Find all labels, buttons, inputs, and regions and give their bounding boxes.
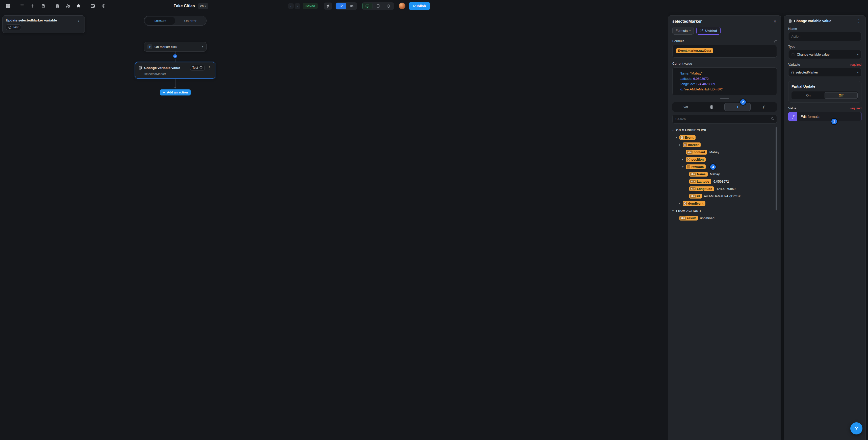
redo-forward-button[interactable]: › [294,3,300,9]
save-status-badge: Saved [303,3,318,9]
apps-icon[interactable] [4,2,11,10]
tab-on-error[interactable]: On error [175,17,206,25]
page-title: Fake Cities [174,4,195,8]
database-icon [55,4,59,8]
topbar-right: ‹ › Saved Publish [288,2,430,10]
chevron-down-icon[interactable]: ▾ [202,46,203,48]
action-node-subtitle: selectedMarker [145,72,212,76]
topbar-left-icons [4,2,107,10]
sync-icon [326,4,330,8]
trigger-node[interactable]: On marker click ▾ [144,42,207,52]
document-icon [41,4,45,8]
language-label: en [200,4,204,8]
topbar-center: Fake Cities en ▾ [174,0,208,12]
chevron-down-icon: ▾ [205,5,206,7]
data-sources-icon[interactable] [54,2,61,10]
undo-back-button[interactable]: ‹ [288,3,293,9]
language-selector[interactable]: en ▾ [198,3,208,9]
device-toggle [362,2,394,10]
plus-icon [31,4,35,8]
test-workflow-button[interactable]: Test [6,25,21,30]
trigger-bolt-icon [147,44,152,49]
add-action-button[interactable]: Add an action [160,89,191,95]
action-node-header: Change variable value Test ⋮ [138,65,212,70]
pencil-icon [339,4,343,8]
test-action-button[interactable]: Test [190,65,205,70]
publish-button[interactable]: Publish [409,2,430,10]
add-action-label: Add an action [167,91,188,94]
database-icon [138,66,142,70]
apps-grid-icon [6,4,10,8]
edit-mode-button[interactable] [336,3,346,9]
mobile-view-button[interactable] [383,3,394,9]
plugins-icon[interactable] [75,2,82,10]
kebab-menu-icon[interactable]: ⋮ [76,19,81,22]
tablet-icon [376,4,380,8]
plus-icon [163,91,165,94]
settings-icon[interactable] [99,2,107,10]
mobile-icon [387,4,390,8]
test-label: Test [192,66,198,69]
kebab-menu-icon[interactable]: ⋮ [207,66,212,69]
play-circle-icon [199,66,203,69]
test-label: Test [13,26,19,29]
card-header: Update selectedMarker variable ⋮ [6,19,81,22]
topbar: Fake Cities en ▾ ‹ › Saved [0,0,434,12]
trigger-label: On marker click [155,45,200,49]
edit-preview-toggle [336,2,357,10]
preview-mode-button[interactable] [347,3,357,9]
code-terminal-icon [91,4,95,8]
tablet-view-button[interactable] [373,3,383,9]
lightning-icon [149,46,151,48]
history-nav: ‹ › [288,3,300,9]
pages-icon[interactable] [39,2,47,10]
card-title: Update selectedMarker variable [6,19,76,22]
sync-button[interactable] [324,2,332,9]
play-circle-icon [8,26,11,29]
connector-line-arrow [175,79,176,87]
workflow-summary-card[interactable]: Update selectedMarker variable ⋮ Test [2,16,85,33]
people-icon [66,4,70,8]
main-content: Update selectedMarker variable ⋮ Test De… [0,12,434,220]
insert-action-button[interactable]: + [173,54,178,59]
eye-icon [350,4,354,8]
desktop-view-button[interactable] [362,3,372,9]
users-icon[interactable] [64,2,72,10]
action-node-title: Change variable value [144,66,188,70]
puzzle-icon [76,4,81,8]
workflow-mode-tabs: Default On error [144,16,207,26]
navigator-icon[interactable] [18,2,26,10]
terminal-icon[interactable] [89,2,96,10]
workflow-canvas[interactable]: Update selectedMarker variable ⋮ Test De… [0,12,434,220]
lines-icon [20,4,24,8]
variable-db-icon [138,66,142,70]
desktop-icon [365,4,369,8]
gear-icon [101,4,105,8]
selected-action-node[interactable]: Change variable value Test ⋮ selectedMar… [135,62,215,79]
tab-default[interactable]: Default [145,17,175,25]
add-icon[interactable] [29,2,36,10]
user-avatar[interactable] [399,2,405,9]
